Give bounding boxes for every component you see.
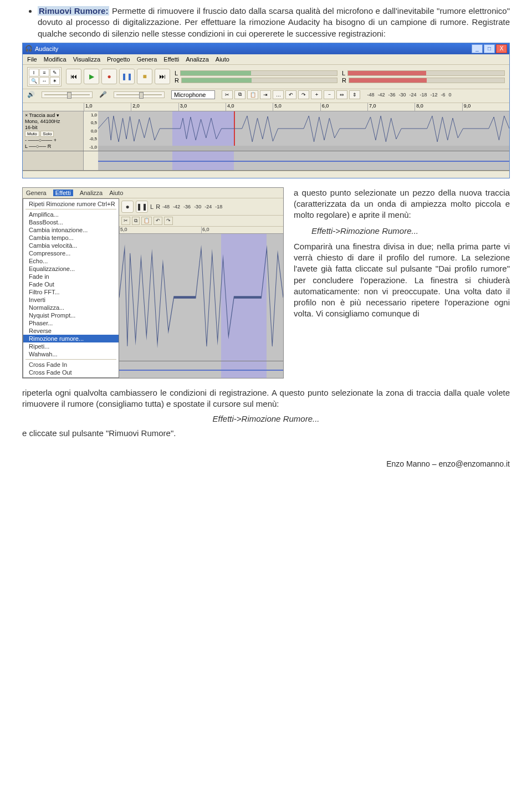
solo-button[interactable]: Solo	[40, 131, 54, 137]
redo-button[interactable]: ↷	[298, 90, 309, 99]
h-scrollbar[interactable]	[23, 171, 509, 178]
track-waveform[interactable]	[98, 111, 509, 146]
fx-item[interactable]: Ripeti...	[23, 342, 119, 350]
undo-button[interactable]: ↶	[285, 90, 296, 99]
trim-button[interactable]: ⇥	[260, 90, 271, 99]
fx-item[interactable]: Filtro FFT...	[23, 288, 119, 296]
fx-menu-analizza[interactable]: Analizza	[80, 190, 103, 196]
fx-item[interactable]: Equalizzazione...	[23, 265, 119, 273]
input-volume-slider[interactable]	[114, 91, 165, 98]
fx-item[interactable]: Wahwah...	[23, 350, 119, 358]
menu-file[interactable]: File	[27, 56, 37, 63]
cut-icon[interactable]: ✂	[121, 217, 130, 225]
speaker-icon: 🔊	[27, 91, 35, 98]
fx-item[interactable]: Echo...	[23, 257, 119, 265]
menu-effetti[interactable]: Effetti	[163, 56, 179, 63]
menu-modifica[interactable]: Modifica	[44, 56, 66, 63]
paste-icon[interactable]: 📋	[141, 217, 152, 225]
menu-analizza[interactable]: Analizza	[186, 56, 209, 63]
tool-selection[interactable]: I	[29, 69, 39, 76]
copy-icon[interactable]: ⧉	[132, 217, 140, 225]
fx-item[interactable]: BassBoost...	[23, 218, 119, 226]
tick: -30	[399, 92, 406, 98]
mute-button[interactable]: Muto	[25, 131, 39, 137]
meter-in-r-label: R	[342, 77, 346, 84]
track-1: × Traccia aud ▾ Mono, 44100Hz 16-bit Mut…	[23, 111, 509, 151]
output-meter: L R	[175, 70, 337, 84]
fx-item[interactable]: Cambia intonazione...	[23, 226, 119, 234]
fx-item[interactable]: Cambia velocità...	[23, 242, 119, 249]
fx-wave-1[interactable]	[119, 234, 283, 361]
ruler-tick: 8,0	[415, 103, 462, 111]
fx-tick: 5,0	[119, 227, 201, 233]
fx-menu-effetti[interactable]: Effetti	[53, 190, 73, 196]
fit-selection-button[interactable]: ⇔	[336, 90, 347, 99]
tick: -42	[378, 92, 385, 98]
fx-item[interactable]: Inverti	[23, 296, 119, 304]
zoom-in-button[interactable]: ＋	[311, 90, 322, 99]
paste-button[interactable]: 📋	[247, 90, 258, 99]
fx-item[interactable]: Phaser...	[23, 319, 119, 327]
zoom-out-button[interactable]: －	[324, 90, 335, 99]
t: -36	[183, 204, 191, 209]
play-button[interactable]: ▶	[84, 69, 99, 84]
input-source-select[interactable]: Microphone	[171, 90, 215, 99]
fx-item[interactable]: Cambia tempo...	[23, 234, 119, 242]
fx-item[interactable]: Nyquist Prompt...	[23, 311, 119, 319]
menu-progetto[interactable]: Progetto	[107, 56, 130, 63]
fx-wave-svg	[119, 234, 283, 361]
mic-icon: 🎤	[99, 91, 107, 98]
skip-end-button[interactable]: ⏭	[155, 69, 170, 84]
minimize-button[interactable]: _	[472, 44, 483, 53]
track-info1: Mono, 44100Hz	[25, 119, 81, 124]
pause-button[interactable]: ❚❚	[119, 69, 135, 84]
output-volume-slider[interactable]	[42, 91, 93, 98]
fx-menu-genera[interactable]: Genera	[26, 190, 47, 196]
fit-project-button[interactable]: ⇕	[349, 90, 360, 99]
tick: -36	[388, 92, 396, 98]
fx-item[interactable]: Cross Fade Out	[23, 369, 119, 376]
fx-item[interactable]: Fade Out	[23, 280, 119, 288]
close-button[interactable]: X	[496, 44, 507, 53]
fx-item[interactable]: Cross Fade In	[23, 361, 119, 369]
fx-item[interactable]: Fade in	[23, 273, 119, 280]
track-waveform-2[interactable]	[98, 151, 509, 170]
tool-multi[interactable]: ✶	[50, 77, 60, 85]
tool-draw[interactable]: ✎	[50, 69, 60, 76]
fx-right-panel: ● ❚❚ L R -48 -42 -36 -30 -24 -18	[119, 198, 283, 378]
silence-button[interactable]: …	[273, 90, 284, 99]
fx-menu-aiuto[interactable]: Aiuto	[109, 190, 123, 196]
menu-aiuto[interactable]: Aiuto	[216, 56, 229, 63]
fx-record-button[interactable]: ●	[121, 201, 134, 213]
continuation-paragraph: ripeterla ogni qualvolta cambiassero le …	[22, 387, 510, 410]
fx-item[interactable]: Normalizza...	[23, 304, 119, 311]
tool-envelope[interactable]: ≡	[39, 69, 49, 76]
fx-item[interactable]: Compressore...	[23, 249, 119, 257]
fx-item-noise-removal[interactable]: Rimozione rumore...	[23, 335, 119, 342]
transport-controls: ⏮ ▶ ● ❚❚ ■ ⏭	[66, 69, 170, 84]
fx-wave-2[interactable]	[119, 361, 283, 378]
menubar: File Modifica Visualizza Progetto Genera…	[23, 54, 509, 65]
record-button[interactable]: ●	[101, 69, 117, 84]
maximize-button[interactable]: □	[484, 44, 495, 53]
side-p1: a questo punto selezionate un pezzo dell…	[294, 187, 510, 221]
copy-button[interactable]: ⧉	[234, 90, 245, 99]
track-name[interactable]: Traccia aud	[29, 112, 55, 118]
cut-button[interactable]: ✂	[222, 90, 233, 99]
fx-repeat[interactable]: Ripeti Rimozione rumore Ctrl+R	[23, 200, 119, 208]
track-2	[23, 151, 509, 171]
fx-pause-button[interactable]: ❚❚	[136, 201, 148, 213]
stop-button[interactable]: ■	[137, 69, 152, 84]
meter-l-label: L	[175, 70, 178, 76]
menu-genera[interactable]: Genera	[137, 56, 157, 63]
fx-item[interactable]: Amplifica...	[23, 211, 119, 218]
tool-zoom[interactable]: 🔍	[29, 77, 39, 85]
undo-icon[interactable]: ↶	[154, 217, 162, 225]
redo-icon[interactable]: ↷	[164, 217, 173, 225]
menu-visualizza[interactable]: Visualizza	[73, 56, 100, 63]
fx-item[interactable]: Reverse	[23, 327, 119, 335]
tool-timeshift[interactable]: ↔	[39, 77, 49, 85]
sc: 1,0	[85, 112, 97, 117]
fx-tick: 6,0	[201, 227, 283, 233]
skip-start-button[interactable]: ⏮	[66, 69, 81, 84]
